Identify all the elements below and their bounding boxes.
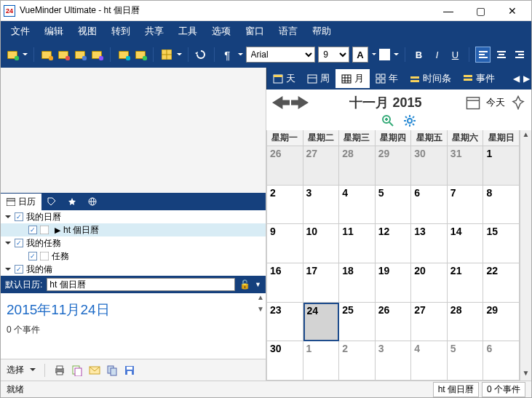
calendar-day-cell[interactable]: 6 bbox=[483, 341, 520, 381]
menu-window[interactable]: 窗口 bbox=[238, 22, 271, 41]
calendar-day-cell[interactable]: 1 bbox=[483, 146, 520, 186]
calendar-day-cell[interactable]: 26 bbox=[376, 303, 412, 342]
tb-btn-7[interactable] bbox=[133, 47, 147, 62]
checkbox[interactable] bbox=[15, 212, 23, 221]
menu-language[interactable]: 语言 bbox=[271, 22, 305, 41]
tree-group-my-notes[interactable]: 我的備 bbox=[1, 263, 266, 276]
chevron-down-icon[interactable]: ▼ bbox=[255, 281, 261, 288]
goto-date-button[interactable] bbox=[466, 95, 480, 110]
viewtab-year[interactable]: 年 bbox=[370, 69, 404, 88]
calendar-day-cell[interactable]: 9 bbox=[267, 224, 303, 263]
tb-grid-button[interactable] bbox=[159, 47, 173, 62]
calendar-day-cell[interactable]: 12 bbox=[376, 224, 412, 263]
calendar-day-cell[interactable]: 23 bbox=[267, 303, 303, 342]
calendar-day-cell[interactable]: 13 bbox=[411, 224, 448, 263]
sidebar-tab-calendar[interactable]: 日历 bbox=[1, 194, 41, 210]
calendar-day-cell[interactable]: 29 bbox=[483, 303, 520, 342]
calendar-day-cell[interactable]: 25 bbox=[339, 303, 376, 342]
calendar-day-cell[interactable]: 4 bbox=[339, 186, 376, 225]
chevron-down-icon[interactable] bbox=[372, 53, 377, 56]
checkbox[interactable] bbox=[15, 265, 23, 274]
scroll-up-button[interactable]: ▲ bbox=[520, 130, 531, 142]
viewtab-day[interactable]: 天 bbox=[267, 69, 301, 88]
undo-button[interactable] bbox=[194, 47, 208, 62]
tb-btn-4[interactable] bbox=[74, 47, 87, 62]
menu-tools[interactable]: 工具 bbox=[171, 22, 205, 41]
font-size-select[interactable]: 9 bbox=[318, 47, 349, 63]
calendar-day-cell[interactable]: 8 bbox=[483, 186, 520, 225]
print-button[interactable] bbox=[54, 365, 65, 376]
menu-share[interactable]: 共享 bbox=[138, 22, 171, 41]
calendar-day-cell[interactable]: 19 bbox=[376, 263, 412, 303]
calendar-day-cell[interactable]: 5 bbox=[376, 186, 412, 225]
viewtab-month[interactable]: 月 bbox=[336, 69, 370, 88]
calendar-day-cell[interactable]: 21 bbox=[448, 263, 484, 303]
settings-gear-icon[interactable] bbox=[403, 114, 416, 127]
menu-view[interactable]: 视图 bbox=[71, 22, 104, 41]
sidebar-tab-star[interactable] bbox=[62, 195, 82, 208]
tab-scroll-right[interactable]: ▶ bbox=[521, 71, 531, 86]
tree-item-calendar-1[interactable]: ▶ ht 個日曆 bbox=[1, 223, 266, 236]
calendar-day-cell[interactable]: 31 bbox=[448, 146, 484, 186]
scroll-up-button[interactable]: ▲ bbox=[255, 293, 266, 303]
calendar-day-cell[interactable]: 20 bbox=[411, 263, 448, 303]
tree-group-my-calendars[interactable]: 我的日曆 bbox=[1, 210, 266, 223]
chevron-down-icon[interactable] bbox=[177, 53, 182, 56]
calendar-day-cell[interactable]: 30 bbox=[267, 341, 303, 381]
fill-color-button[interactable] bbox=[379, 49, 390, 60]
calendar-day-cell[interactable]: 30 bbox=[411, 146, 448, 186]
calendar-day-cell[interactable]: 28 bbox=[339, 146, 376, 186]
checkbox[interactable] bbox=[28, 226, 37, 234]
calendar-day-cell[interactable]: 4 bbox=[411, 341, 448, 381]
new-event-button[interactable] bbox=[5, 47, 19, 62]
viewtab-week[interactable]: 周 bbox=[301, 69, 336, 88]
tb-btn-3[interactable] bbox=[57, 47, 71, 62]
chevron-down-icon[interactable] bbox=[238, 53, 243, 56]
calendar-day-cell[interactable]: 10 bbox=[303, 224, 340, 263]
calendar-day-cell[interactable]: 29 bbox=[376, 146, 412, 186]
calendar-day-cell[interactable]: 2 bbox=[267, 186, 303, 225]
tree-item-task-1[interactable]: 任務 bbox=[1, 250, 266, 263]
bold-button[interactable]: B bbox=[411, 47, 426, 63]
maximize-button[interactable]: ▢ bbox=[464, 1, 496, 21]
email-button[interactable] bbox=[89, 365, 100, 376]
calendar-day-cell[interactable]: 22 bbox=[483, 263, 520, 303]
tb-btn-5[interactable] bbox=[90, 47, 104, 62]
expander-icon[interactable] bbox=[4, 213, 12, 221]
font-color-button[interactable]: A bbox=[352, 47, 368, 63]
close-button[interactable]: ✕ bbox=[496, 1, 528, 21]
paragraph-button[interactable]: ¶ bbox=[221, 47, 234, 62]
default-calendar-input[interactable] bbox=[47, 278, 235, 291]
menu-file[interactable]: 文件 bbox=[4, 22, 37, 41]
calendar-day-cell[interactable]: 16 bbox=[267, 263, 303, 303]
zoom-in-icon[interactable] bbox=[381, 114, 394, 127]
calendar-day-cell[interactable]: 26 bbox=[267, 146, 303, 186]
calendar-day-cell[interactable]: 6 bbox=[411, 186, 448, 225]
align-left-button[interactable] bbox=[475, 47, 491, 63]
vertical-scrollbar[interactable]: ▲ ▼ bbox=[520, 130, 531, 381]
calendar-day-cell[interactable]: 15 bbox=[483, 224, 520, 263]
tb-btn-2[interactable] bbox=[40, 47, 54, 62]
copy-button[interactable] bbox=[71, 365, 83, 376]
calendar-day-cell[interactable]: 14 bbox=[448, 224, 484, 263]
prev-month-button[interactable] bbox=[272, 96, 290, 109]
calendar-day-cell[interactable]: 17 bbox=[303, 263, 340, 303]
checkbox[interactable] bbox=[28, 252, 37, 260]
sidebar-tab-globe[interactable] bbox=[82, 195, 103, 208]
sidebar-tab-tags[interactable] bbox=[41, 195, 62, 208]
tree-group-my-tasks[interactable]: 我的任務 bbox=[1, 236, 266, 250]
align-center-button[interactable] bbox=[493, 47, 509, 63]
minimize-button[interactable]: — bbox=[432, 1, 464, 21]
calendar-day-cell[interactable]: 2 bbox=[339, 341, 376, 381]
font-name-select[interactable]: Arial bbox=[246, 47, 316, 63]
calendar-day-cell[interactable]: 18 bbox=[339, 263, 376, 303]
menu-help[interactable]: 帮助 bbox=[305, 22, 338, 41]
chevron-down-icon[interactable] bbox=[30, 368, 36, 373]
today-button[interactable]: 今天 bbox=[483, 95, 508, 110]
expander-icon[interactable] bbox=[4, 266, 12, 274]
align-right-button[interactable] bbox=[512, 47, 527, 63]
checkbox[interactable] bbox=[15, 239, 23, 247]
calendar-day-cell[interactable]: 24 bbox=[303, 303, 340, 342]
calendar-day-cell[interactable]: 27 bbox=[303, 146, 340, 186]
calendar-day-cell[interactable]: 7 bbox=[448, 186, 484, 225]
